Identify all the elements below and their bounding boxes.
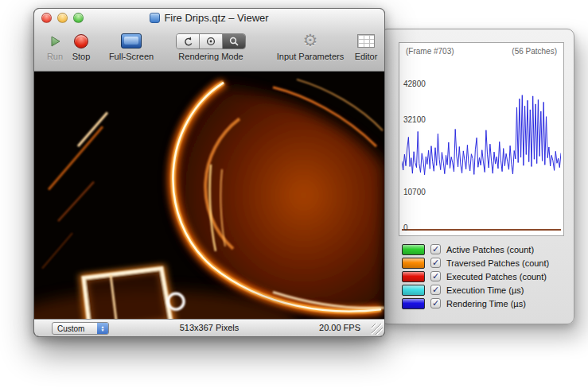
window-title: Fire Drips.qtz – Viewer — [164, 12, 268, 24]
rendering-mode-segment-1[interactable] — [177, 34, 200, 48]
y-axis-tick-label: 10700 — [403, 188, 426, 196]
legend-color-swatch — [402, 271, 425, 282]
y-axis-tick-label: 42800 — [403, 80, 426, 88]
legend-checkbox[interactable] — [430, 244, 441, 254]
stop-icon — [74, 34, 88, 48]
refresh-arc-icon — [182, 36, 193, 47]
legend-item: Executed Patches (count) — [402, 270, 567, 283]
viewer-window: Fire Drips.qtz – Viewer Run — [33, 8, 385, 337]
legend-color-swatch — [402, 258, 425, 269]
magnifier-icon — [228, 36, 239, 47]
rendering-mode-control: Rendering Mode — [169, 30, 252, 61]
sphere-icon — [205, 36, 216, 47]
titlebar: Fire Drips.qtz – Viewer — [34, 9, 384, 26]
fullscreen-button[interactable]: Full-Screen — [106, 30, 157, 61]
fullscreen-label: Full-Screen — [109, 52, 154, 61]
minimize-button[interactable] — [57, 13, 68, 23]
zoom-button[interactable] — [73, 13, 84, 23]
close-button[interactable] — [41, 13, 52, 23]
run-play-icon — [47, 30, 63, 52]
legend-item-label: Active Patches (count) — [446, 245, 534, 254]
document-icon — [150, 13, 160, 23]
run-label: Run — [47, 52, 63, 61]
legend-item: Execution Time (µs) — [402, 283, 567, 297]
y-axis-tick-label: 32100 — [403, 115, 426, 124]
legend-item-label: Rendering Time (µs) — [446, 299, 526, 308]
patch-counter: (56 Patches) — [512, 47, 557, 56]
rendering-mode-segment-3[interactable] — [223, 34, 245, 48]
stop-button[interactable]: Stop — [68, 30, 95, 61]
grid-icon — [357, 34, 375, 48]
legend-item-label: Executed Patches (count) — [446, 272, 547, 281]
chart-plot-area: 4280032100107000 — [402, 60, 561, 231]
legend: Active Patches (count)Traversed Patches … — [402, 242, 567, 310]
desktop: (Frame #703) (56 Patches) 42800321001070… — [0, 0, 588, 388]
legend-color-swatch — [402, 285, 425, 296]
editor-button[interactable]: Editor — [348, 30, 384, 61]
statusbar: Custom 513x367 Pixels 20.00 FPS — [34, 319, 384, 336]
gear-icon — [303, 33, 318, 49]
y-axis-tick-label: 0 — [403, 223, 408, 232]
performance-graph: (Frame #703) (56 Patches) 42800321001070… — [399, 42, 564, 236]
display-icon — [121, 33, 142, 48]
statistics-drawer: (Frame #703) (56 Patches) 42800321001070… — [380, 29, 574, 324]
frame-counter: (Frame #703) — [406, 47, 454, 56]
stop-label: Stop — [72, 52, 91, 61]
legend-item-label: Execution Time (µs) — [446, 285, 524, 295]
legend-item: Active Patches (count) — [402, 242, 567, 256]
input-parameters-label: Input Parameters — [277, 52, 344, 61]
legend-item: Traversed Patches (count) — [402, 256, 567, 270]
toolbar: Run Stop Full-Screen — [34, 26, 384, 61]
legend-item-label: Traversed Patches (count) — [446, 258, 549, 268]
chart-canvas — [402, 60, 561, 229]
legend-checkbox[interactable] — [430, 271, 441, 281]
fire-render — [34, 72, 384, 319]
rendering-time-line — [402, 95, 561, 175]
legend-checkbox[interactable] — [430, 258, 441, 268]
rendering-mode-label: Rendering Mode — [178, 52, 243, 61]
rendering-mode-segment-2[interactable] — [200, 34, 223, 48]
run-button[interactable]: Run — [42, 30, 68, 61]
window-chrome: Fire Drips.qtz – Viewer Run — [34, 9, 384, 72]
legend-color-swatch — [402, 298, 425, 309]
resize-grip[interactable] — [372, 324, 383, 335]
legend-item: Rendering Time (µs) — [402, 297, 567, 310]
viewer-canvas — [34, 72, 384, 319]
legend-checkbox[interactable] — [430, 298, 441, 308]
fps-readout: 20.00 FPS — [319, 323, 360, 332]
legend-checkbox[interactable] — [430, 285, 441, 295]
legend-color-swatch — [402, 244, 425, 255]
input-parameters-button[interactable]: Input Parameters — [273, 30, 348, 61]
editor-label: Editor — [355, 52, 378, 61]
